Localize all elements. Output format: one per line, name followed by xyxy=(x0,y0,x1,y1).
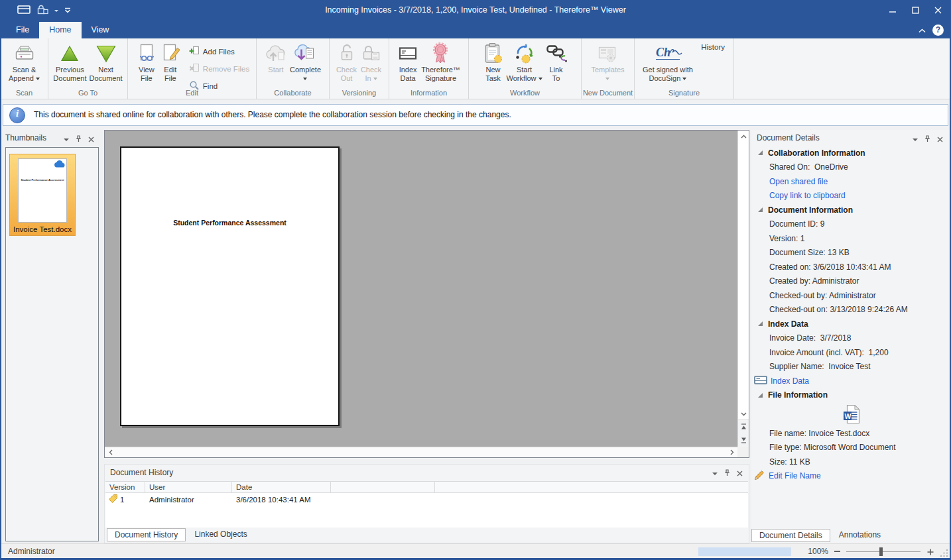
edit-file-button[interactable]: EditFile xyxy=(158,40,182,84)
open-shared-file-link[interactable]: Open shared file xyxy=(751,174,951,189)
page-glasses-icon xyxy=(136,41,157,66)
expander-icon[interactable] xyxy=(758,393,763,398)
ribbon-group-new-document: Templates New Document xyxy=(582,38,635,99)
index-data-link[interactable]: Index Data xyxy=(751,374,951,388)
close-icon[interactable] xyxy=(937,135,943,144)
docusign-button[interactable]: Ch Get signed withDocuSign xyxy=(641,40,694,84)
pin-icon[interactable] xyxy=(76,135,82,144)
expander-icon[interactable] xyxy=(758,207,763,212)
copy-link-to-clipboard-link[interactable]: Copy link to clipboard xyxy=(751,189,951,203)
status-progress-area xyxy=(698,547,791,556)
dropdown-arrow-icon xyxy=(373,78,377,80)
group-label-new-document: New Document xyxy=(582,89,634,97)
templates-icon xyxy=(596,41,619,66)
remove-files-icon xyxy=(189,63,200,75)
scroll-right-icon[interactable] xyxy=(726,447,737,457)
pin-icon[interactable] xyxy=(724,469,730,478)
therefore-viewer-window: Incoming Invoices - 3/7/2018, 1,200, Inv… xyxy=(0,0,951,560)
detail-file-name: File name: Invoice Test.docx xyxy=(751,426,951,441)
document-page: Student Performance Assessment xyxy=(120,146,340,426)
tab-home[interactable]: Home xyxy=(39,22,81,38)
add-files-button[interactable]: Add Files xyxy=(189,46,235,58)
scanner-icon xyxy=(14,41,35,66)
zoom-slider[interactable] xyxy=(846,551,920,552)
previous-document-button[interactable]: PreviousDocument xyxy=(52,40,88,84)
column-header-version[interactable]: Version xyxy=(105,482,145,492)
view-file-button[interactable]: ViewFile xyxy=(135,40,158,84)
dropdown-arrow-icon xyxy=(303,78,307,80)
new-task-button[interactable]: NewTask xyxy=(481,40,505,84)
link-to-button[interactable]: LinkTo xyxy=(544,40,569,84)
group-label-scan: Scan xyxy=(1,89,48,97)
close-icon[interactable] xyxy=(737,469,743,478)
history-button[interactable]: History xyxy=(701,43,725,51)
detail-invoice-date: Invoice Date: 3/7/2018 xyxy=(751,331,951,346)
ribbon-group-scan: Scan &Append Scan xyxy=(1,38,48,99)
expander-icon[interactable] xyxy=(758,321,763,326)
remove-files-button: Remove Files xyxy=(189,63,249,75)
section-file-information[interactable]: File Information xyxy=(751,388,951,403)
pencil-icon xyxy=(754,469,765,482)
detail-document-size: Document Size: 13 KB xyxy=(751,246,951,260)
pin-icon[interactable] xyxy=(924,135,930,144)
document-details-panel: Document Details Collaboration Informati… xyxy=(751,130,951,543)
panel-menu-icon[interactable] xyxy=(913,139,918,141)
detail-checked-out-by: Checked-out by: Administrator xyxy=(751,288,951,303)
zoom-in-icon[interactable] xyxy=(927,548,934,557)
svg-text:W: W xyxy=(844,412,851,420)
therefore-signature-button[interactable]: Therefore™Signature xyxy=(420,40,462,84)
column-header-user[interactable]: User xyxy=(145,482,232,492)
index-card-icon xyxy=(754,376,767,386)
next-document-button[interactable]: NextDocument xyxy=(88,40,124,84)
tab-view[interactable]: View xyxy=(82,22,119,38)
tab-linked-objects[interactable]: Linked Objects xyxy=(187,528,254,541)
previous-page-icon[interactable] xyxy=(738,420,749,433)
dropdown-arrow-icon xyxy=(682,78,686,80)
help-icon[interactable] xyxy=(932,25,944,36)
scroll-left-icon[interactable] xyxy=(105,447,116,457)
section-document-information[interactable]: Document Information xyxy=(751,203,951,217)
ribbon-group-versioning: CheckOut CheckIn Versioning xyxy=(330,38,389,99)
signature-script-icon: Ch xyxy=(651,41,685,66)
detail-version: Version: 1 xyxy=(751,231,951,246)
edit-file-name-link[interactable]: Edit File Name xyxy=(751,469,951,484)
zoom-slider-thumb[interactable] xyxy=(879,547,883,556)
thumbnails-panel: Thumbnails Student Performance Assessmen… xyxy=(0,130,103,543)
section-index-data[interactable]: Index Data xyxy=(751,317,951,331)
tab-document-history[interactable]: Document History xyxy=(107,528,186,541)
scroll-up-icon[interactable] xyxy=(738,131,749,142)
start-workflow-button[interactable]: StartWorkflow xyxy=(505,40,543,84)
history-row[interactable]: 1 Administrator 3/6/2018 10:43:41 AM xyxy=(105,493,748,506)
tab-document-details[interactable]: Document Details xyxy=(751,529,830,542)
panel-menu-icon[interactable] xyxy=(712,473,718,475)
tab-annotations[interactable]: Annotations xyxy=(832,529,888,542)
group-label-collaborate: Collaborate xyxy=(257,89,329,97)
index-data-button[interactable]: IndexData xyxy=(396,40,420,84)
history-column-headers: Version User Date xyxy=(105,481,748,493)
maximize-button[interactable] xyxy=(912,7,919,14)
section-collaboration-information[interactable]: Collaboration Information xyxy=(751,146,951,160)
minimize-button[interactable] xyxy=(889,7,897,14)
scroll-down-icon[interactable] xyxy=(738,408,749,420)
scan-append-button[interactable]: Scan &Append xyxy=(7,40,41,84)
scrollbar-corner xyxy=(737,447,749,457)
group-label-goto: Go To xyxy=(48,89,127,97)
cloud-shared-icon xyxy=(54,160,65,170)
dropdown-arrow-icon xyxy=(605,78,609,80)
info-message: This document is shared online for colla… xyxy=(34,105,511,125)
next-page-icon[interactable] xyxy=(738,433,749,447)
complete-collaboration-button[interactable]: Complete xyxy=(288,40,322,84)
close-button[interactable] xyxy=(934,7,942,14)
collapse-ribbon-icon[interactable] xyxy=(919,26,926,35)
thumbnail-item-selected[interactable]: Student Performance Assessment Invoice T… xyxy=(9,154,76,236)
zoom-out-icon[interactable] xyxy=(834,551,840,552)
expander-icon[interactable] xyxy=(758,150,763,155)
window-title: Incoming Invoices - 3/7/2018, 1,200, Inv… xyxy=(0,0,951,20)
tab-file[interactable]: File xyxy=(6,22,39,38)
horizontal-scrollbar[interactable] xyxy=(105,447,737,457)
column-header-date[interactable]: Date xyxy=(232,482,331,492)
close-icon[interactable] xyxy=(88,135,94,144)
vertical-scrollbar[interactable] xyxy=(737,131,749,420)
panel-menu-icon[interactable] xyxy=(64,139,69,141)
detail-checked-out-on: Checked-out on: 3/13/2018 9:24:26 AM xyxy=(751,303,951,317)
